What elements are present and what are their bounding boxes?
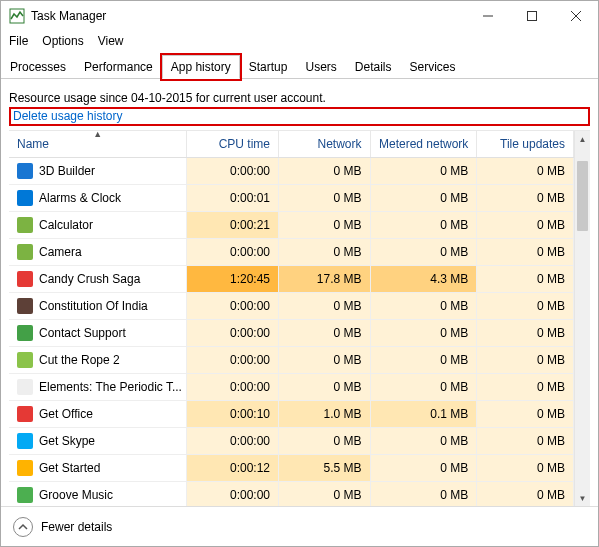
- table-row[interactable]: Get Skype0:00:000 MB0 MB0 MB: [9, 428, 574, 455]
- cell-network: 0 MB: [279, 158, 371, 185]
- cell-metered: 0 MB: [370, 212, 477, 239]
- cell-tile: 0 MB: [477, 293, 574, 320]
- column-header-cpu-time[interactable]: CPU time: [187, 131, 279, 158]
- table-row[interactable]: Constitution Of India0:00:000 MB0 MB0 MB: [9, 293, 574, 320]
- sort-ascending-icon: ▲: [93, 131, 102, 139]
- app-row-icon: [17, 163, 33, 179]
- scroll-thumb[interactable]: [577, 161, 588, 231]
- app-row-icon: [17, 352, 33, 368]
- cell-tile: 0 MB: [477, 158, 574, 185]
- tab-performance[interactable]: Performance: [75, 55, 162, 78]
- table-row[interactable]: Get Office0:00:101.0 MB0.1 MB0 MB: [9, 401, 574, 428]
- app-history-table-container: ▲Name CPU time Network Metered network T…: [9, 130, 590, 506]
- maximize-button[interactable]: [510, 2, 554, 30]
- cell-tile: 0 MB: [477, 374, 574, 401]
- vertical-scrollbar[interactable]: ▲ ▼: [574, 131, 590, 506]
- cell-network: 0 MB: [279, 185, 371, 212]
- column-header-metered-network[interactable]: Metered network: [370, 131, 477, 158]
- app-name-label: Get Office: [39, 407, 93, 421]
- cell-metered: 0 MB: [370, 185, 477, 212]
- cell-tile: 0 MB: [477, 266, 574, 293]
- tab-users[interactable]: Users: [296, 55, 345, 78]
- app-row-icon: [17, 433, 33, 449]
- delete-usage-history-link[interactable]: Delete usage history: [9, 107, 590, 126]
- app-row-icon: [17, 460, 33, 476]
- cell-tile: 0 MB: [477, 347, 574, 374]
- app-name-label: Camera: [39, 245, 82, 259]
- cell-cpu-time: 1:20:45: [187, 266, 279, 293]
- tab-services[interactable]: Services: [401, 55, 465, 78]
- cell-network: 17.8 MB: [279, 266, 371, 293]
- app-name-label: Elements: The Periodic T...: [39, 380, 182, 394]
- table-row[interactable]: Groove Music0:00:000 MB0 MB0 MB: [9, 482, 574, 507]
- cell-metered: 0 MB: [370, 455, 477, 482]
- scroll-up-button[interactable]: ▲: [575, 131, 590, 147]
- cell-cpu-time: 0:00:00: [187, 293, 279, 320]
- cell-metered: 0 MB: [370, 428, 477, 455]
- app-name-label: Contact Support: [39, 326, 126, 340]
- cell-network: 0 MB: [279, 212, 371, 239]
- scroll-down-button[interactable]: ▼: [575, 490, 590, 506]
- fewer-details-link[interactable]: Fewer details: [41, 520, 112, 534]
- cell-tile: 0 MB: [477, 239, 574, 266]
- app-row-icon: [17, 190, 33, 206]
- menu-file[interactable]: File: [9, 34, 28, 48]
- tab-strip: Processes Performance App history Startu…: [1, 55, 598, 79]
- cell-name: Get Skype: [9, 428, 187, 455]
- cell-name: Elements: The Periodic T...: [9, 374, 187, 401]
- cell-name: Constitution Of India: [9, 293, 187, 320]
- table-row[interactable]: 3D Builder0:00:000 MB0 MB0 MB: [9, 158, 574, 185]
- cell-name: Contact Support: [9, 320, 187, 347]
- cell-name: Alarms & Clock: [9, 185, 187, 212]
- column-header-tile-updates[interactable]: Tile updates: [477, 131, 574, 158]
- cell-tile: 0 MB: [477, 401, 574, 428]
- app-row-icon: [17, 217, 33, 233]
- cell-network: 0 MB: [279, 293, 371, 320]
- tab-app-history[interactable]: App history: [162, 55, 240, 79]
- app-name-label: Get Started: [39, 461, 100, 475]
- app-history-table: ▲Name CPU time Network Metered network T…: [9, 131, 574, 506]
- cell-network: 0 MB: [279, 320, 371, 347]
- task-manager-window: Task Manager File Options View Processes…: [0, 0, 599, 547]
- cell-cpu-time: 0:00:01: [187, 185, 279, 212]
- app-row-icon: [17, 406, 33, 422]
- cell-name: Camera: [9, 239, 187, 266]
- minimize-button[interactable]: [466, 2, 510, 30]
- table-row[interactable]: Candy Crush Saga1:20:4517.8 MB4.3 MB0 MB: [9, 266, 574, 293]
- tab-processes[interactable]: Processes: [1, 55, 75, 78]
- menu-options[interactable]: Options: [42, 34, 83, 48]
- cell-network: 0 MB: [279, 428, 371, 455]
- app-icon: [9, 8, 25, 24]
- tab-details[interactable]: Details: [346, 55, 401, 78]
- menu-view[interactable]: View: [98, 34, 124, 48]
- cell-tile: 0 MB: [477, 320, 574, 347]
- cell-cpu-time: 0:00:00: [187, 482, 279, 507]
- column-header-name[interactable]: ▲Name: [9, 131, 187, 158]
- table-row[interactable]: Alarms & Clock0:00:010 MB0 MB0 MB: [9, 185, 574, 212]
- cell-cpu-time: 0:00:00: [187, 374, 279, 401]
- cell-metered: 0 MB: [370, 320, 477, 347]
- table-row[interactable]: Camera0:00:000 MB0 MB0 MB: [9, 239, 574, 266]
- app-name-label: Candy Crush Saga: [39, 272, 140, 286]
- app-name-label: Alarms & Clock: [39, 191, 121, 205]
- table-row[interactable]: Contact Support0:00:000 MB0 MB0 MB: [9, 320, 574, 347]
- cell-metered: 0 MB: [370, 239, 477, 266]
- close-button[interactable]: [554, 2, 598, 30]
- titlebar: Task Manager: [1, 1, 598, 31]
- table-row[interactable]: Calculator0:00:210 MB0 MB0 MB: [9, 212, 574, 239]
- app-name-label: Groove Music: [39, 488, 113, 502]
- tab-startup[interactable]: Startup: [240, 55, 297, 78]
- table-row[interactable]: Elements: The Periodic T...0:00:000 MB0 …: [9, 374, 574, 401]
- cell-network: 0 MB: [279, 374, 371, 401]
- cell-network: 0 MB: [279, 347, 371, 374]
- app-row-icon: [17, 379, 33, 395]
- chevron-up-icon[interactable]: [13, 517, 33, 537]
- cell-metered: 0 MB: [370, 347, 477, 374]
- table-row[interactable]: Cut the Rope 20:00:000 MB0 MB0 MB: [9, 347, 574, 374]
- table-row[interactable]: Get Started0:00:125.5 MB0 MB0 MB: [9, 455, 574, 482]
- cell-tile: 0 MB: [477, 212, 574, 239]
- column-header-network[interactable]: Network: [279, 131, 371, 158]
- cell-network: 5.5 MB: [279, 455, 371, 482]
- cell-name: Groove Music: [9, 482, 187, 507]
- content-area: Resource usage since 04-10-2015 for curr…: [1, 79, 598, 506]
